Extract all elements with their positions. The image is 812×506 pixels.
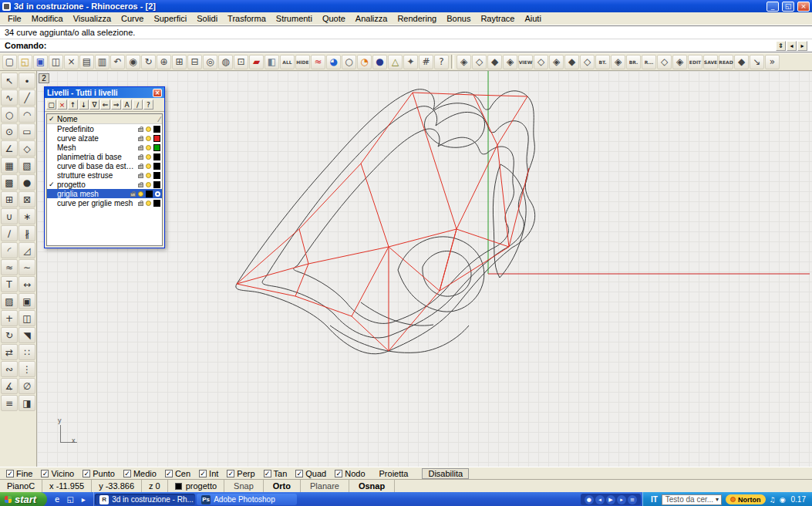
lightbulb-icon[interactable] (146, 154, 151, 160)
save-icon[interactable]: ▣ (33, 55, 48, 69)
mesh-tool-icon-4[interactable]: ◈ (503, 55, 517, 69)
layers-icon[interactable]: ≡ (1, 395, 18, 411)
lightbulb-icon[interactable] (146, 145, 151, 150)
media-record-icon[interactable]: ● (585, 495, 594, 504)
mesh-tool-icon-9[interactable]: ◈ (611, 55, 625, 69)
next-command-icon[interactable]: ▸ (797, 41, 807, 51)
mesh-tool-icon-2[interactable]: ◇ (472, 55, 487, 69)
menu-item[interactable]: Analizza (351, 13, 393, 24)
surface-icon[interactable]: ▦ (1, 157, 18, 174)
taskbar-task-button[interactable]: Ps Adobe Photoshop (197, 494, 297, 505)
osnap-toggle[interactable]: ✓ Punto (83, 469, 115, 478)
checkbox-icon[interactable]: ✓ (199, 470, 207, 477)
layer-row[interactable]: ✓ progetto (47, 180, 162, 189)
layer-row[interactable]: curve alzate (47, 133, 162, 143)
lightbulb-icon[interactable] (146, 182, 151, 187)
layer-help-icon[interactable]: ? (143, 100, 153, 110)
layer-color-swatch[interactable] (153, 172, 160, 179)
render-ball-blue-icon[interactable]: ◕ (326, 55, 341, 69)
norton-badge[interactable]: Norton (726, 494, 766, 504)
curve-wave-icon[interactable]: ≈ (311, 55, 325, 69)
menu-item[interactable]: Trasforma (223, 13, 271, 24)
layer-row[interactable]: curve di base da estru... (47, 161, 162, 170)
layer-row[interactable]: griglia mesh (47, 189, 162, 198)
volume-icon[interactable]: ♫ (770, 496, 776, 504)
checkbox-icon[interactable]: ✓ (123, 470, 131, 477)
collapse-icon[interactable]: ⇐ (100, 100, 110, 110)
vehicle-icon[interactable]: ▰ (249, 55, 264, 69)
sort-az-icon[interactable]: A (122, 100, 132, 110)
mesh-tool-icon-8[interactable]: ◇ (580, 55, 595, 69)
ie-quicklaunch-icon[interactable]: e (52, 494, 62, 505)
menu-item[interactable]: Visualizza (69, 13, 116, 24)
mesh-tool-icon-7[interactable]: ◆ (564, 55, 579, 69)
mesh-br-icon[interactable]: BR. (626, 55, 641, 69)
tray-search-box[interactable]: Testo da cer... ▾ (662, 494, 722, 505)
render-ball-dark-icon[interactable]: ● (372, 55, 387, 69)
status-toggle[interactable]: Planare (301, 480, 349, 492)
checkbox-icon[interactable]: ✓ (6, 470, 14, 477)
layer-row[interactable]: Predefinito (47, 124, 162, 133)
sphere-icon[interactable]: ● (19, 174, 35, 191)
close-button[interactable]: × (797, 2, 810, 12)
layer-name[interactable]: planimetria di base (57, 153, 136, 161)
zoom-in-icon[interactable]: ◎ (203, 55, 217, 69)
checkbox-icon[interactable]: ✓ (83, 470, 90, 477)
copy-tool-icon[interactable]: ◫ (19, 310, 35, 326)
move-icon[interactable]: + (1, 310, 18, 326)
menu-item[interactable]: File (3, 13, 26, 24)
osnap-toggle[interactable]: ✓ Medio (123, 469, 157, 478)
media-menu-icon[interactable]: ≡ (628, 495, 637, 504)
layer-row[interactable]: strutture estruse (47, 170, 162, 180)
viewport[interactable]: 2 y x Livelli - Tutti i livelli × ▢ × ↑ (37, 71, 812, 467)
rotate-view-icon[interactable]: ↻ (141, 55, 156, 69)
layers-panel-close-icon[interactable]: × (153, 89, 162, 97)
new-file-icon[interactable]: ▢ (2, 55, 17, 69)
zoom-all-icon[interactable]: ALL (280, 55, 295, 69)
layer-row[interactable]: Mesh (47, 143, 162, 152)
checkbox-icon[interactable]: ✓ (264, 470, 271, 477)
help-icon[interactable]: ? (434, 55, 449, 69)
checkbox-icon[interactable]: ✓ (295, 470, 303, 477)
status-toggle[interactable]: Osnap (349, 480, 395, 492)
lamp-icon[interactable]: △ (388, 55, 403, 69)
layer-name[interactable]: curve per griglie mesh (57, 199, 136, 207)
lock-icon[interactable] (138, 174, 143, 178)
render-ball-white-icon[interactable]: ○ (342, 55, 356, 69)
osnap-toggle[interactable]: ✓ Tan (264, 469, 288, 478)
units-icon[interactable]: # (419, 55, 433, 69)
menu-item[interactable]: Raytrace (476, 13, 519, 24)
history-scroll-icon[interactable]: ⇕ (776, 41, 786, 51)
mesh-edit-icon[interactable]: ⊠ (19, 191, 35, 207)
proietta-button[interactable]: Proietta (374, 469, 414, 478)
start-button[interactable]: start (0, 492, 47, 506)
lightbulb-icon[interactable] (138, 191, 143, 197)
surface-edit-icon[interactable]: ▧ (19, 157, 35, 174)
open-file-icon[interactable]: ◱ (18, 55, 32, 69)
new-layer-icon[interactable]: ▢ (46, 100, 56, 110)
disabilita-button[interactable]: Disabilita (422, 468, 469, 479)
osnap-gear-icon[interactable]: ✦ (403, 55, 418, 69)
rotate-icon[interactable]: ↻ (1, 327, 18, 343)
toolbar-overflow-icon[interactable]: » (765, 55, 780, 69)
move-down-icon[interactable]: ↓ (79, 100, 89, 110)
layer-name[interactable]: curve di base da estru... (57, 162, 136, 170)
split-icon[interactable]: ∦ (19, 225, 35, 241)
menu-item[interactable]: Quote (318, 13, 350, 24)
status-toggle[interactable]: Orto (264, 480, 301, 492)
layer-name[interactable]: Predefinito (57, 125, 136, 133)
checkbox-icon[interactable]: ✓ (227, 470, 234, 477)
array-icon[interactable]: ∷ (19, 344, 35, 360)
undo-icon[interactable]: ↶ (110, 55, 125, 69)
lightbulb-icon[interactable] (146, 136, 151, 141)
layer-name[interactable]: strutture estruse (57, 171, 136, 180)
osnap-toggle[interactable]: ✓ Quad (295, 469, 326, 478)
lightbulb-icon[interactable] (146, 201, 151, 206)
select-arrow-icon[interactable]: ↖ (1, 73, 18, 89)
scale-icon[interactable]: ◥ (19, 327, 35, 343)
current-layer-check-icon[interactable]: ✓ (49, 180, 55, 188)
menu-item[interactable]: Strumenti (271, 13, 317, 24)
rectangle-icon[interactable]: ▭ (19, 123, 35, 140)
network-icon[interactable]: ◉ (780, 496, 786, 504)
media-prev-icon[interactable]: ◂ (595, 495, 605, 504)
